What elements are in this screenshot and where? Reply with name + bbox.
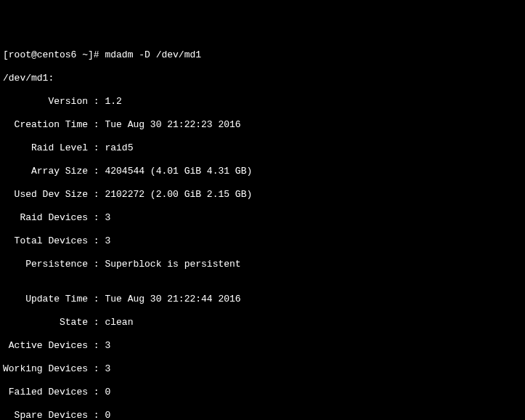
field-spare-devices: Spare Devices : 0 xyxy=(3,410,522,420)
device-header: /dev/md1: xyxy=(3,73,522,84)
field-state: State : clean xyxy=(3,317,522,328)
field-raid-devices: Raid Devices : 3 xyxy=(3,212,522,224)
shell-prompt: [root@centos6 ~]# xyxy=(3,49,105,60)
field-persistence: Persistence : Superblock is persistent xyxy=(3,259,522,270)
field-used-dev-size: Used Dev Size : 2102272 (2.00 GiB 2.15 G… xyxy=(3,189,522,201)
field-array-size: Array Size : 4204544 (4.01 GiB 4.31 GB) xyxy=(3,166,522,177)
field-failed-devices: Failed Devices : 0 xyxy=(3,387,522,398)
field-update-time: Update Time : Tue Aug 30 21:22:44 2016 xyxy=(3,294,522,305)
command-text: mdadm -D /dev/md1 xyxy=(105,49,201,60)
field-active-devices: Active Devices : 3 xyxy=(3,340,522,352)
command-line-1: [root@centos6 ~]# mdadm -D /dev/md1 xyxy=(3,49,522,61)
field-working-devices: Working Devices : 3 xyxy=(3,363,522,375)
field-total-devices: Total Devices : 3 xyxy=(3,235,522,247)
field-version: Version : 1.2 xyxy=(3,96,522,108)
field-raid-level: Raid Level : raid5 xyxy=(3,142,522,154)
field-creation-time: Creation Time : Tue Aug 30 21:22:23 2016 xyxy=(3,119,522,131)
